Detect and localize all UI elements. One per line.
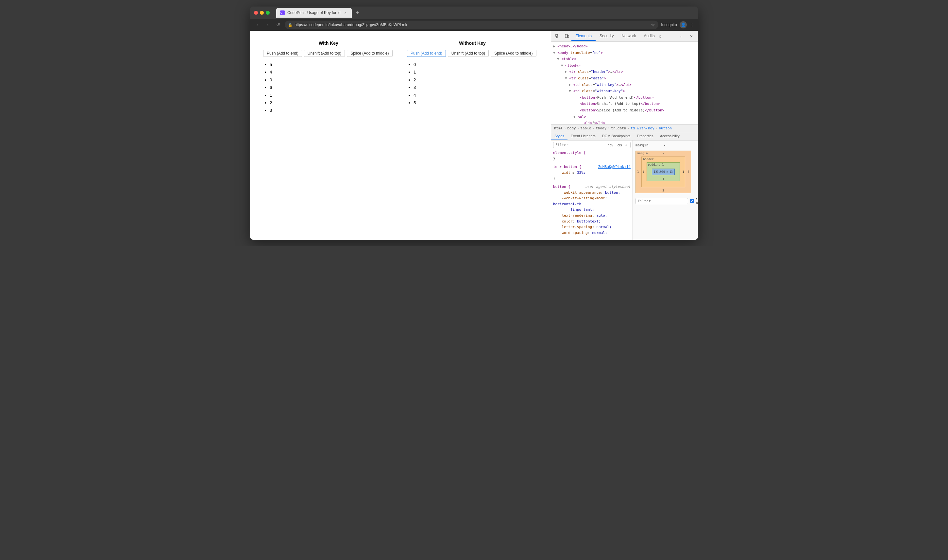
html-tree-line[interactable]: ▼ <tbody> [551,62,698,69]
with-key-unshift-button[interactable]: Unshift (Add to top) [304,50,345,57]
browser-window: CP CodePen - Usage of Key for id × + ‹ ›… [250,6,698,240]
browser-menu-button[interactable]: ⋮ [689,22,695,28]
devtools-close-button[interactable]: × [687,32,696,41]
html-tree-line[interactable]: <button>Splice (Add to middle)</button> [551,107,698,114]
without-key-unshift-button[interactable]: Unshift (Add to top) [448,50,489,57]
add-style-button[interactable]: + [624,143,628,147]
without-key-col: Without Key Push (Add to end) Unshift (A… [401,37,544,118]
style-prop: -webkit-appearance [562,191,601,195]
border-right-val: 1 [683,170,684,174]
padding-label: padding 1 [648,163,664,166]
style-selector: element.style { [553,151,586,155]
list-item: 2 [413,76,538,84]
breadcrumb-html[interactable]: html [553,126,564,130]
bottom-tabs: Styles Event Listeners DOM Breakpoints P… [551,132,698,140]
margin-label: margin [637,152,648,155]
cls-button[interactable]: .cls [615,143,623,147]
list-item: 4 [413,91,538,99]
margin-top-val: - [662,152,664,155]
without-key-buttons: Push (Add to end) Unshift (Add to top) S… [407,50,538,57]
list-item: 3 [270,106,394,114]
style-val: !important; [570,208,594,212]
tab-close-button[interactable]: × [343,11,348,15]
star-icon[interactable]: ☆ [651,22,655,28]
refresh-button[interactable]: ↺ [274,21,282,29]
style-rule-element: element.style { } [553,150,630,162]
devtools-panel: Elements Security Network Audits » ⋮ × ▶… [551,31,698,240]
tab-elements[interactable]: Elements [572,32,596,41]
html-tree-line[interactable]: ▼ <ul> [551,114,698,120]
inspect-element-button[interactable] [553,32,562,41]
styles-filter-input[interactable] [555,143,606,147]
tab-audits[interactable]: Audits [640,32,658,41]
browser-tab-active[interactable]: CP CodePen - Usage of Key for id × [276,8,352,18]
url-bar[interactable]: 🔒 https://s.codepen.io/takuyahara/debug/… [285,21,658,29]
style-val: 33%; [577,171,586,175]
breadcrumb-tbody[interactable]: tbody [595,126,607,130]
style-source[interactable]: ZoMBaKgWPLmk:14 [598,164,630,170]
tab-properties[interactable]: Properties [634,132,657,140]
html-tree-line[interactable]: ▶ <td class="with-key">…</td> [551,82,698,88]
demo-columns: With Key Push (Add to end) Unshift (Add … [257,37,544,118]
html-tree-line[interactable]: <button>Push (Add to end)</button> [551,94,698,101]
html-tree-line[interactable]: ▶ <tr class="header">…</tr> [551,69,698,75]
list-item: 0 [413,61,538,68]
html-tree-line[interactable]: <button>Unshift (Add to top)</button> [551,101,698,107]
filter-actions: :hov .cls + [606,143,628,147]
tab-title: CodePen - Usage of Key for id [287,11,341,15]
breadcrumb-td[interactable]: td.with-key [630,126,655,130]
without-key-splice-button[interactable]: Splice (Add to middle) [491,50,536,57]
tab-event-listeners[interactable]: Event Listeners [567,132,599,140]
tab-styles[interactable]: Styles [551,132,567,140]
device-toolbar-button[interactable] [562,32,572,41]
show-all-checkbox[interactable] [690,199,694,203]
without-key-push-button[interactable]: Push (Add to end) [407,50,446,57]
computed-filter-input[interactable] [638,199,686,203]
elements-panel[interactable]: ▶ <head>…</head> ▼ <body translate="no">… [551,42,698,124]
style-prop: word-spacing [562,231,588,235]
tab-network[interactable]: Network [618,32,640,41]
devtools-settings-button[interactable]: ⋮ [676,32,686,41]
tab-dom-breakpoints[interactable]: DOM Breakpoints [599,132,634,140]
hov-button[interactable]: :hov [606,143,614,147]
style-val: buttontext; [577,219,601,223]
style-val: button; [605,191,620,195]
breadcrumb-table[interactable]: table [579,126,592,130]
list-item: 4 [270,68,394,76]
incognito-label: Incognito [661,23,677,27]
tab-security[interactable]: Security [596,32,618,41]
bottom-panel: Styles Event Listeners DOM Breakpoints P… [551,132,698,240]
devtools-topbar: Elements Security Network Audits » ⋮ × [551,31,698,42]
close-window-button[interactable] [254,11,258,15]
html-tree-line[interactable]: ▶ <head>…</head> [551,43,698,50]
html-tree-line[interactable]: ▼ <tr class="data"> [551,75,698,82]
breadcrumb-body[interactable]: body [566,126,577,130]
html-tree-line[interactable]: ▼ <body translate="no"> [551,50,698,56]
breadcrumb-tr[interactable]: tr.data [610,126,627,130]
margin-bottom-val: 2 [662,189,664,192]
minimize-window-button[interactable] [260,11,264,15]
with-key-splice-button[interactable]: Splice (Add to middle) [347,50,392,57]
devtools-more-tabs[interactable]: » [659,33,662,39]
breadcrumb-button[interactable]: button [658,126,673,130]
tab-accessibility[interactable]: Accessibility [657,132,683,140]
list-item: 0 [270,76,394,84]
style-prop: color [562,219,573,223]
back-button[interactable]: ‹ [253,21,261,29]
styles-panel: :hov .cls + element.style { } t [551,140,632,240]
computed-filter [635,198,688,204]
html-tree-line[interactable]: ▼ <table> [551,56,698,62]
style-close-brace: } [553,157,555,161]
new-tab-button[interactable]: + [354,9,362,17]
html-tree-line[interactable]: <li>0</li> [551,120,698,124]
webpage: With Key Push (Add to end) Unshift (Add … [250,31,551,240]
maximize-window-button[interactable] [266,11,270,15]
with-key-push-button[interactable]: Push (Add to end) [263,50,302,57]
html-tree-line[interactable]: ▼ <td class="without-key"> [551,88,698,94]
with-key-list: 5 4 0 6 1 2 3 [263,61,394,114]
forward-button[interactable]: › [264,21,272,29]
devtools-controls: ⋮ × [676,32,696,41]
list-item: 5 [270,61,394,68]
main-content: With Key Push (Add to end) Unshift (Add … [250,31,698,240]
list-item: 6 [270,84,394,91]
